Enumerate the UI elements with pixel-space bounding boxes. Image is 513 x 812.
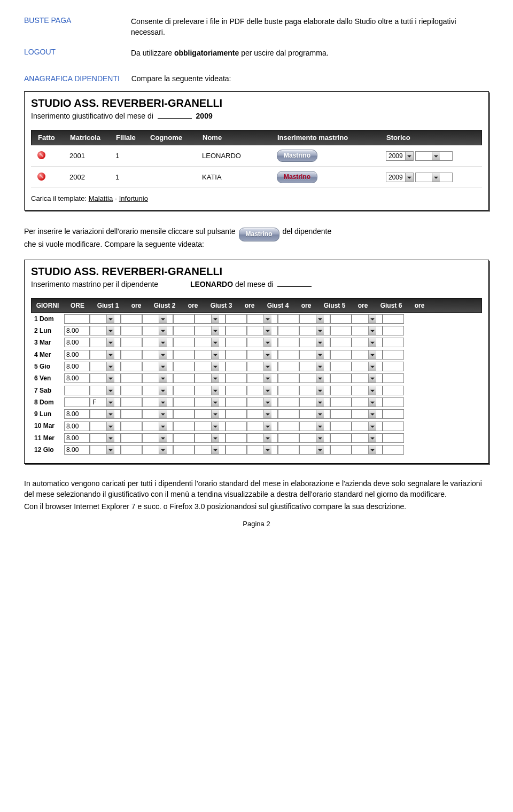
- hours-input[interactable]: [330, 397, 352, 407]
- justification-select[interactable]: [352, 421, 383, 431]
- justification-select[interactable]: [90, 338, 121, 347]
- hours-input[interactable]: [121, 362, 142, 371]
- justification-select[interactable]: [352, 433, 383, 443]
- justification-select[interactable]: [299, 445, 330, 455]
- justification-select[interactable]: [142, 409, 173, 419]
- justification-select[interactable]: [247, 433, 278, 443]
- hours-input[interactable]: [226, 326, 247, 335]
- justification-select[interactable]: [247, 421, 278, 431]
- justification-select[interactable]: [195, 362, 226, 371]
- hours-input[interactable]: [383, 326, 404, 335]
- justification-select[interactable]: [299, 433, 330, 443]
- justification-select[interactable]: [352, 338, 383, 347]
- justification-select[interactable]: [299, 397, 330, 407]
- justification-select[interactable]: [142, 397, 173, 407]
- hours-input[interactable]: [278, 386, 299, 395]
- justification-select[interactable]: [247, 350, 278, 360]
- template-malattia[interactable]: Malattia: [89, 194, 113, 202]
- hours-input[interactable]: [173, 373, 195, 383]
- justification-select[interactable]: [142, 445, 173, 455]
- hours-input[interactable]: [278, 326, 299, 335]
- justification-select[interactable]: [195, 386, 226, 395]
- hours-input[interactable]: [383, 397, 404, 407]
- hours-input[interactable]: [64, 314, 90, 324]
- hours-input[interactable]: [226, 421, 247, 431]
- hours-input[interactable]: 8.00: [64, 433, 90, 443]
- justification-select[interactable]: [90, 362, 121, 371]
- justification-select[interactable]: [247, 373, 278, 383]
- hours-input[interactable]: [383, 421, 404, 431]
- justification-select[interactable]: [142, 373, 173, 383]
- justification-select[interactable]: [142, 362, 173, 371]
- hours-input[interactable]: [330, 421, 352, 431]
- hours-input[interactable]: [121, 433, 142, 443]
- hours-input[interactable]: 8.00: [64, 445, 90, 455]
- hours-input[interactable]: [121, 397, 142, 407]
- justification-select[interactable]: [299, 350, 330, 360]
- justification-select[interactable]: [142, 421, 173, 431]
- justification-select[interactable]: [352, 409, 383, 419]
- hours-input[interactable]: [121, 373, 142, 383]
- hours-input[interactable]: [121, 409, 142, 419]
- year-select[interactable]: 2009: [386, 151, 414, 161]
- hours-input[interactable]: [121, 326, 142, 335]
- hours-input[interactable]: [173, 409, 195, 419]
- justification-select[interactable]: [299, 373, 330, 383]
- hours-input[interactable]: [121, 350, 142, 360]
- justification-select[interactable]: [90, 386, 121, 395]
- hours-input[interactable]: [121, 386, 142, 395]
- hours-input[interactable]: [121, 338, 142, 347]
- hours-input[interactable]: [121, 421, 142, 431]
- hours-input[interactable]: [383, 362, 404, 371]
- justification-select[interactable]: [90, 373, 121, 383]
- hours-input[interactable]: [383, 445, 404, 455]
- hours-input[interactable]: [278, 445, 299, 455]
- hours-input[interactable]: [173, 445, 195, 455]
- hours-input[interactable]: [226, 314, 247, 324]
- justification-select[interactable]: [195, 445, 226, 455]
- justification-select[interactable]: [352, 326, 383, 335]
- justification-select[interactable]: [299, 421, 330, 431]
- template-infortunio[interactable]: Infortunio: [119, 194, 148, 202]
- hours-input[interactable]: [173, 362, 195, 371]
- hours-input[interactable]: [330, 433, 352, 443]
- hours-input[interactable]: [64, 386, 90, 395]
- hours-input[interactable]: [173, 326, 195, 335]
- hours-input[interactable]: [173, 350, 195, 360]
- justification-select[interactable]: [90, 326, 121, 335]
- hours-input[interactable]: [278, 421, 299, 431]
- justification-select[interactable]: [299, 386, 330, 395]
- hours-input[interactable]: [330, 445, 352, 455]
- justification-select[interactable]: [90, 421, 121, 431]
- hours-input[interactable]: [173, 433, 195, 443]
- hours-input[interactable]: 8.00: [64, 421, 90, 431]
- hours-input[interactable]: 8.00: [64, 326, 90, 335]
- justification-select[interactable]: [247, 445, 278, 455]
- hours-input[interactable]: [278, 350, 299, 360]
- justification-select[interactable]: [90, 350, 121, 360]
- hours-input[interactable]: [121, 445, 142, 455]
- hours-input[interactable]: [278, 409, 299, 419]
- justification-select[interactable]: [352, 350, 383, 360]
- justification-select[interactable]: [195, 338, 226, 347]
- hours-input[interactable]: 8.00: [64, 338, 90, 347]
- hours-input[interactable]: 8.00: [64, 373, 90, 383]
- hours-input[interactable]: [383, 373, 404, 383]
- hours-input[interactable]: [330, 338, 352, 347]
- hours-input[interactable]: [278, 397, 299, 407]
- mastrino-button[interactable]: Mastrino: [277, 150, 317, 162]
- hours-input[interactable]: [226, 397, 247, 407]
- hours-input[interactable]: [278, 314, 299, 324]
- hours-input[interactable]: [226, 362, 247, 371]
- justification-select[interactable]: [352, 445, 383, 455]
- justification-select[interactable]: [142, 314, 173, 324]
- hours-input[interactable]: [383, 338, 404, 347]
- justification-select[interactable]: [142, 386, 173, 395]
- hours-input[interactable]: 8.00: [64, 409, 90, 419]
- mastrino-button-inline[interactable]: Mastrino: [239, 228, 279, 241]
- hours-input[interactable]: [226, 433, 247, 443]
- justification-select[interactable]: [90, 409, 121, 419]
- hours-input[interactable]: [330, 326, 352, 335]
- justification-select[interactable]: [247, 314, 278, 324]
- hours-input[interactable]: [173, 397, 195, 407]
